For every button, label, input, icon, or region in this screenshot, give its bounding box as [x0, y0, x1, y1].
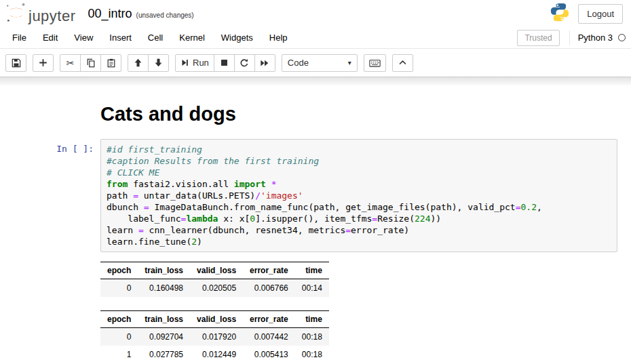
code-cell[interactable]: In [ ]: #id first_training#caption Resul…: [0, 139, 631, 252]
column-header: error_rate: [243, 311, 295, 328]
save-button[interactable]: [5, 54, 26, 72]
input-prompt: In [ ]:: [0, 139, 100, 252]
chevron-up-icon: [398, 58, 407, 67]
python-logo-icon: [550, 2, 570, 25]
kernel-idle-icon: [618, 34, 626, 41]
interrupt-kernel-button[interactable]: [214, 54, 235, 72]
table-row: 00.0927040.0179200.00744200:18: [100, 328, 329, 346]
chevron-up-button[interactable]: [392, 54, 413, 72]
output-area: epochtrain_lossvalid_losserror_ratetime0…: [0, 262, 631, 363]
fast-forward-icon: [260, 58, 269, 68]
jupyter-logo-icon: [5, 1, 27, 26]
menu-view[interactable]: View: [66, 27, 101, 48]
restart-kernel-button[interactable]: [234, 54, 255, 72]
header: jupyter 00_intro (unsaved changes) Logou…: [0, 0, 631, 27]
menu-insert[interactable]: Insert: [101, 27, 140, 48]
cut-cell-button[interactable]: ✂: [60, 54, 81, 72]
jupyter-logo-text: jupyter: [28, 9, 76, 26]
menu-widgets[interactable]: Widgets: [213, 27, 261, 48]
site-divider: [0, 77, 631, 85]
column-header: epoch: [100, 262, 138, 279]
column-header: valid_loss: [190, 262, 243, 279]
menu-edit[interactable]: Edit: [35, 27, 66, 48]
code-editor[interactable]: #id first_training#caption Results from …: [107, 144, 611, 247]
trusted-button[interactable]: Trusted: [517, 30, 559, 46]
cell-type-value: Code: [288, 58, 309, 68]
refresh-icon: [240, 58, 249, 68]
notebook-area: Cats and dogs In [ ]: #id first_training…: [0, 85, 631, 363]
menu-cell[interactable]: Cell: [140, 27, 171, 48]
column-header: error_rate: [243, 262, 295, 279]
column-header: train_loss: [138, 311, 190, 328]
paste-cell-button[interactable]: [100, 54, 121, 72]
notebook-title[interactable]: 00_intro: [88, 7, 132, 21]
stop-icon: [220, 58, 229, 67]
plus-icon: [39, 58, 47, 67]
keyboard-icon: [369, 58, 381, 68]
column-header: train_loss: [138, 262, 190, 279]
save-icon: [12, 58, 21, 68]
kernel-name: Python 3: [578, 33, 613, 43]
table-row: 00.1604980.0205050.00676600:14: [100, 279, 329, 298]
toolbar: ✂ Run Code ▾: [0, 49, 631, 77]
logout-button[interactable]: Logout: [578, 4, 623, 24]
table-row: 10.0277850.0124490.00541300:18: [100, 346, 329, 363]
menu-kernel[interactable]: Kernel: [171, 27, 213, 48]
insert-cell-button[interactable]: [33, 54, 54, 72]
arrow-up-icon: [134, 58, 142, 67]
cell-type-dropdown[interactable]: Code ▾: [282, 54, 358, 72]
command-palette-button[interactable]: [364, 54, 386, 72]
copy-cell-button[interactable]: [80, 54, 101, 72]
run-button-label: Run: [193, 58, 209, 68]
notebook-heading: Cats and dogs: [100, 103, 631, 125]
restart-run-all-button[interactable]: [254, 54, 275, 72]
column-header: valid_loss: [190, 311, 243, 328]
code-input-area[interactable]: #id first_training#caption Results from …: [100, 139, 617, 252]
column-header: epoch: [100, 311, 138, 328]
training-results-table-1: epochtrain_lossvalid_losserror_ratetime0…: [100, 262, 329, 297]
menu-help[interactable]: Help: [261, 27, 296, 48]
menu-divider: [569, 31, 570, 45]
clipboard-icon: [107, 58, 116, 68]
scissors-icon: ✂: [66, 58, 75, 68]
training-results-table-2: epochtrain_lossvalid_losserror_ratetime0…: [100, 310, 329, 363]
menu-file[interactable]: File: [4, 27, 35, 48]
step-forward-icon: [180, 58, 189, 67]
markdown-cell[interactable]: Cats and dogs: [0, 103, 631, 125]
arrow-down-icon: [154, 58, 163, 67]
column-header: time: [295, 262, 329, 279]
chevron-down-icon: ▾: [348, 59, 351, 66]
column-header: time: [295, 311, 329, 328]
copy-icon: [86, 58, 96, 68]
move-cell-down-button[interactable]: [148, 54, 169, 72]
run-cell-button[interactable]: Run: [175, 54, 214, 72]
jupyter-logo[interactable]: jupyter: [5, 1, 76, 26]
checkpoint-status: (unsaved changes): [136, 9, 194, 19]
menu-bar: File Edit View Insert Cell Kernel Widget…: [0, 27, 631, 49]
move-cell-up-button[interactable]: [128, 54, 149, 72]
